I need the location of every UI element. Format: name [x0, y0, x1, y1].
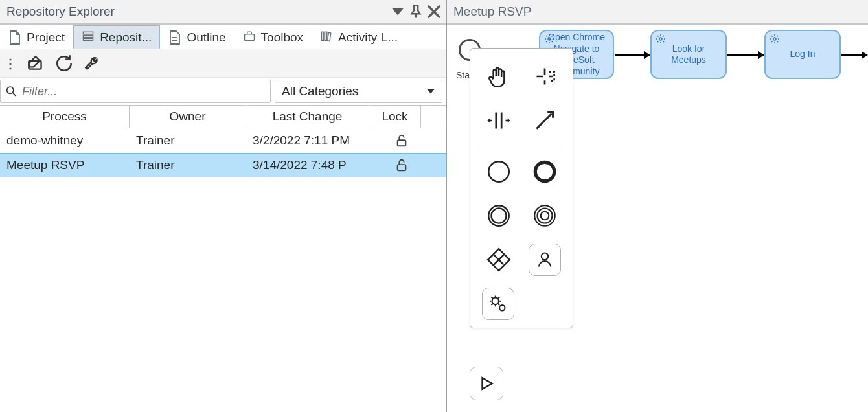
svg-rect-4: [322, 32, 324, 40]
design-canvas[interactable]: Start Open Chrome Navigate to MuleSoft C…: [447, 25, 868, 412]
svg-point-14: [535, 162, 554, 181]
outline-label: Outline: [187, 30, 225, 45]
designer-panel: Meetup RSVP Start Open Chrome Navigate t…: [447, 0, 868, 412]
tab-toolbox[interactable]: Toolbox: [234, 25, 312, 49]
stack-icon: [82, 30, 95, 45]
col-last-change[interactable]: Last Change: [246, 106, 369, 128]
toolbar-grip-icon[interactable]: ⋮: [4, 56, 17, 71]
close-icon[interactable]: [427, 5, 441, 19]
flow-arrow[interactable]: [615, 54, 650, 56]
svg-point-13: [488, 161, 509, 182]
svg-point-22: [499, 305, 505, 310]
col-lock[interactable]: Lock: [369, 106, 421, 128]
cell-lock: [376, 133, 428, 148]
chevron-down-icon: [426, 87, 435, 96]
category-combo-label: All Categories: [282, 84, 426, 98]
node-log-in[interactable]: Log In: [764, 30, 841, 79]
svg-point-12: [773, 38, 776, 40]
node-line: Meetups: [671, 54, 706, 66]
process-grid: Process Owner Last Change Lock demo-whit…: [0, 105, 446, 412]
left-panel-titlebar: Repository Explorer: [0, 0, 446, 25]
palette-separator: [479, 146, 564, 146]
project-label: Project: [27, 30, 65, 45]
node-line: Log In: [790, 49, 816, 60]
svg-point-18: [537, 208, 552, 223]
cell-owner: Trainer: [136, 133, 253, 148]
table-row[interactable]: demo-whitneyTrainer3/2/2022 7:11 PM: [0, 128, 446, 153]
activity-label: Activity L...: [338, 30, 398, 45]
right-panel-title: Meetup RSVP: [452, 5, 863, 19]
cell-process: demo-whitney: [6, 133, 136, 148]
repository-explorer-panel: Repository Explorer Project: [0, 0, 447, 412]
flow-arrow[interactable]: [841, 54, 867, 56]
col-process[interactable]: Process: [0, 106, 130, 128]
pin-icon[interactable]: [409, 5, 423, 19]
svg-point-21: [492, 298, 499, 305]
tab-project[interactable]: Project: [0, 25, 73, 49]
svg-rect-1: [84, 35, 93, 37]
gateway-icon[interactable]: [483, 244, 515, 276]
svg-point-11: [659, 38, 662, 40]
cell-last-change: 3/2/2022 7:11 PM: [253, 133, 376, 148]
refresh-icon[interactable]: [54, 54, 74, 73]
tab-strip: Project Reposit... Outline Toolbox: [0, 25, 446, 49]
lasso-tool-icon[interactable]: [529, 60, 561, 93]
end-event-icon[interactable]: [529, 155, 561, 188]
space-tool-icon[interactable]: [483, 104, 515, 137]
cell-lock: [376, 158, 428, 172]
svg-rect-2: [84, 38, 93, 40]
start-event-icon[interactable]: [483, 155, 515, 188]
svg-point-7: [7, 87, 14, 93]
edit-icon[interactable]: [26, 54, 45, 73]
repos-label: Reposit...: [100, 30, 152, 45]
node-line: Open Chrome: [548, 32, 605, 43]
col-owner[interactable]: Owner: [130, 106, 246, 128]
wrench-icon[interactable]: [83, 54, 102, 73]
connect-tool-icon[interactable]: [529, 104, 561, 137]
category-combo[interactable]: All Categories: [275, 80, 442, 103]
unlock-icon: [394, 133, 409, 148]
svg-rect-0: [84, 32, 93, 34]
toolbar: ⋮: [0, 49, 446, 78]
filter-row: All Categories: [0, 78, 446, 105]
svg-point-16: [491, 208, 506, 223]
node-line: Look for: [672, 43, 705, 55]
cell-owner: Trainer: [136, 158, 253, 172]
filter-search-box[interactable]: [0, 80, 271, 103]
svg-rect-8: [398, 140, 406, 146]
gear-icon: [770, 34, 780, 47]
outline-icon: [168, 30, 181, 45]
filter-input[interactable]: [21, 84, 265, 99]
toolbox-label: Toolbox: [261, 30, 304, 45]
left-panel-title: Repository Explorer: [5, 5, 387, 19]
search-icon: [6, 86, 17, 97]
svg-point-19: [540, 212, 549, 220]
user-task-icon[interactable]: [529, 244, 561, 276]
node-look-for-meetups[interactable]: Look for Meetups: [650, 30, 727, 79]
right-panel-titlebar: Meetup RSVP: [447, 0, 868, 25]
tab-repositories[interactable]: Reposit...: [73, 25, 160, 49]
books-icon: [320, 30, 333, 45]
element-palette: [470, 48, 573, 328]
tab-outline[interactable]: Outline: [160, 25, 234, 49]
run-button[interactable]: [470, 367, 503, 400]
cell-last-change: 3/14/2022 7:48 P: [253, 158, 376, 172]
play-icon: [478, 375, 495, 392]
service-task-icon[interactable]: [482, 288, 514, 320]
unlock-icon: [394, 158, 409, 172]
cell-process: Meetup RSVP: [6, 158, 136, 172]
svg-point-20: [541, 253, 548, 260]
timer-event-icon[interactable]: [529, 200, 561, 232]
gear-icon: [544, 34, 554, 47]
svg-point-10: [548, 38, 551, 40]
table-row[interactable]: Meetup RSVPTrainer3/14/2022 7:48 P: [0, 153, 446, 177]
svg-rect-3: [244, 34, 254, 40]
hand-tool-icon[interactable]: [483, 60, 515, 93]
intermediate-event-icon[interactable]: [483, 200, 515, 232]
file-icon: [8, 30, 21, 45]
tab-activity-log[interactable]: Activity L...: [312, 25, 406, 49]
col-spacer: [421, 106, 446, 128]
dropdown-icon[interactable]: [391, 5, 405, 19]
toolbox-icon: [243, 30, 256, 45]
flow-arrow[interactable]: [727, 54, 764, 56]
